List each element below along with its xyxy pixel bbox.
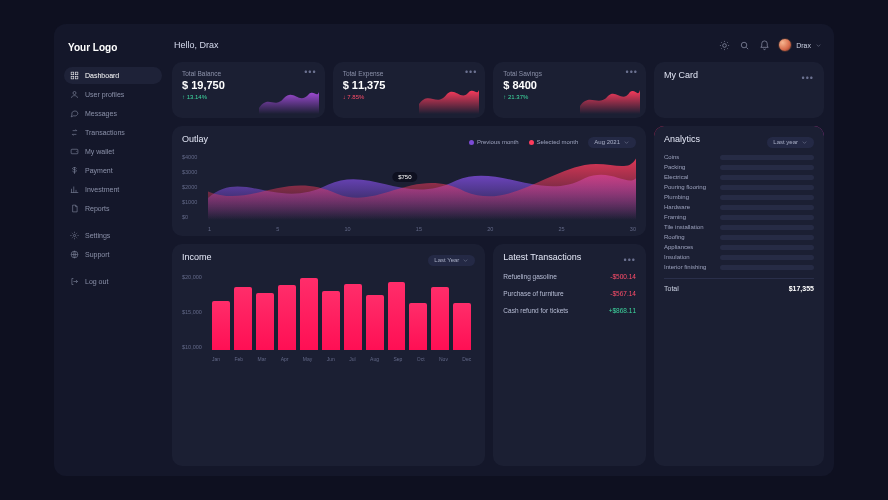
sparkline	[419, 84, 479, 114]
doc-icon	[70, 204, 79, 213]
income-bar	[344, 284, 362, 351]
x-tick: May	[303, 356, 312, 362]
analytics-row: Packing	[664, 164, 814, 170]
section-title: My Card	[664, 70, 698, 80]
svg-point-6	[73, 234, 75, 236]
y-tick: $4000	[182, 154, 197, 160]
greeting: Hello, Drax	[174, 40, 219, 50]
chevron-down-icon	[462, 257, 469, 264]
outlay-period-dropdown[interactable]: Aug 2021	[588, 137, 636, 148]
sidebar-item-label: Payment	[85, 167, 113, 174]
sidebar-item-transactions[interactable]: Transactions	[64, 124, 162, 141]
chart-icon	[70, 185, 79, 194]
stat-total-balance: ••• Total Balance $ 19,750 ↑ 13.14%	[172, 62, 325, 118]
svg-rect-0	[71, 72, 74, 75]
analytics-label: Plumbing	[664, 194, 714, 200]
income-bar	[256, 293, 274, 350]
transaction-name: Cash refund for tickets	[503, 307, 568, 314]
x-tick: Sep	[393, 356, 402, 362]
income-bar	[300, 278, 318, 350]
analytics-bar-bg	[720, 255, 814, 260]
transaction-row[interactable]: Refueling gasoline -$500.14	[503, 268, 636, 285]
sidebar-item-label: Investment	[85, 186, 119, 193]
sidebar-item-log out[interactable]: Log out	[64, 273, 162, 290]
gear-icon	[70, 231, 79, 240]
bell-icon[interactable]	[758, 39, 770, 51]
more-icon[interactable]: •••	[802, 74, 814, 83]
topbar: Hello, Drax Drax	[172, 34, 824, 54]
x-tick: 1	[208, 226, 211, 232]
svg-point-9	[741, 42, 747, 48]
analytics-label: Insulation	[664, 254, 714, 260]
income-bar	[322, 291, 340, 350]
avatar	[778, 38, 792, 52]
analytics-bar-bg	[720, 175, 814, 180]
outlay-legend: Previous month Selected month	[469, 139, 578, 145]
section-title: Outlay	[182, 134, 208, 144]
analytics-row: Hardware	[664, 204, 814, 210]
analytics-row: Tile installation	[664, 224, 814, 230]
analytics-label: Tile installation	[664, 224, 714, 230]
income-bar	[234, 287, 252, 350]
analytics-bar-bg	[720, 235, 814, 240]
x-tick: Mar	[258, 356, 267, 362]
sidebar-item-support[interactable]: Support	[64, 246, 162, 263]
more-icon[interactable]: •••	[624, 256, 636, 265]
x-tick: 30	[630, 226, 636, 232]
dashboard-grid: ••• Total Balance $ 19,750 ↑ 13.14% ••• …	[172, 62, 824, 466]
analytics-bar-bg	[720, 265, 814, 270]
sidebar-item-investment[interactable]: Investment	[64, 181, 162, 198]
income-bar	[431, 287, 449, 350]
search-icon[interactable]	[738, 39, 750, 51]
svg-point-4	[73, 92, 76, 95]
theme-toggle-icon[interactable]	[718, 39, 730, 51]
sidebar-item-label: Log out	[85, 278, 108, 285]
more-icon[interactable]: •••	[304, 68, 316, 77]
sidebar: Your Logo Dashboard User profiles Messag…	[64, 34, 162, 466]
analytics-label: Roofing	[664, 234, 714, 240]
analytics-label: Interior finishing	[664, 264, 714, 270]
chevron-down-icon	[815, 42, 822, 49]
x-tick: Apr	[281, 356, 289, 362]
dollar-icon	[70, 166, 79, 175]
y-tick: $20,000	[182, 274, 202, 280]
sidebar-item-dashboard[interactable]: Dashboard	[64, 67, 162, 84]
x-tick: Jan	[212, 356, 220, 362]
sidebar-item-messages[interactable]: Messages	[64, 105, 162, 122]
income-bar	[212, 301, 230, 350]
section-title: Latest Transactions	[503, 252, 581, 262]
x-tick: 10	[345, 226, 351, 232]
globe-icon	[70, 250, 79, 259]
sidebar-item-label: Support	[85, 251, 110, 258]
analytics-row: Plumbing	[664, 194, 814, 200]
sidebar-item-my wallet[interactable]: My wallet	[64, 143, 162, 160]
transaction-row[interactable]: Purchase of furniture -$567.14	[503, 285, 636, 302]
more-icon[interactable]: •••	[626, 68, 638, 77]
stat-total-expense: ••• Total Expense $ 11,375 ↓ 7.85%	[333, 62, 486, 118]
income-bar	[278, 285, 296, 350]
analytics-label: Coins	[664, 154, 714, 160]
nav-primary: Dashboard User profiles Messages Transac…	[64, 67, 162, 217]
sidebar-item-settings[interactable]: Settings	[64, 227, 162, 244]
transaction-row[interactable]: Cash refund for tickets +$868.11	[503, 302, 636, 319]
income-bar	[453, 303, 471, 351]
analytics-bar-bg	[720, 155, 814, 160]
y-tick: $0	[182, 214, 197, 220]
sidebar-item-payment[interactable]: Payment	[64, 162, 162, 179]
income-chart: $20,000$15,000$10,000 JanFebMarAprMayJun…	[182, 274, 475, 362]
nav-logout: Log out	[64, 273, 162, 290]
analytics-period-dropdown[interactable]: Last year	[767, 137, 814, 148]
analytics-bar-bg	[720, 205, 814, 210]
sidebar-item-label: Messages	[85, 110, 117, 117]
legend-dot-previous	[469, 140, 474, 145]
swap-icon	[70, 128, 79, 137]
more-icon[interactable]: •••	[465, 68, 477, 77]
income-period-dropdown[interactable]: Last Year	[428, 255, 475, 266]
sidebar-item-user profiles[interactable]: User profiles	[64, 86, 162, 103]
analytics-list: Coins Packing Electrical Pouring floorin…	[664, 154, 814, 270]
transactions-list: Refueling gasoline -$500.14 Purchase of …	[503, 268, 636, 319]
nav-footer: Settings Support	[64, 227, 162, 263]
outlay-chart: $4000$3000$2000$1000$0 $750 15101520	[182, 154, 636, 232]
sidebar-item-reports[interactable]: Reports	[64, 200, 162, 217]
user-menu[interactable]: Drax	[778, 38, 822, 52]
